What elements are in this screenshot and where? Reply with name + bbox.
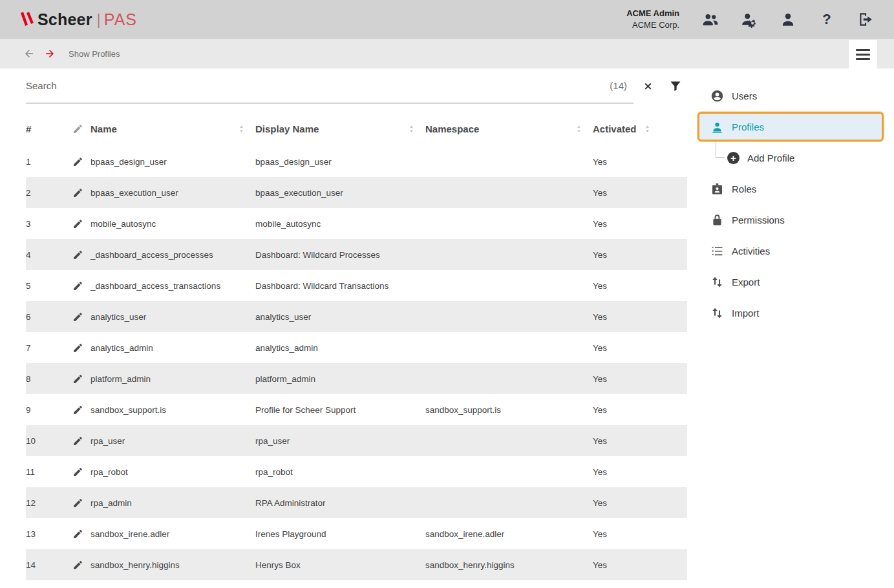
cell-display-name: Irenes Playground [255, 529, 425, 539]
sidebar-item-activities[interactable]: Activities [687, 235, 894, 266]
cell-name: bpaas_design_user [90, 157, 255, 167]
user-info: ACME Admin ACME Corp. [626, 8, 679, 30]
table-header-row: # Name Display Name Namespace [26, 111, 687, 146]
lock-icon [710, 213, 724, 227]
cell-activated: Yes [593, 219, 661, 229]
col-header-name[interactable]: Name [90, 123, 255, 134]
sidebar-item-roles[interactable]: Roles [687, 173, 894, 204]
profiles-table-panel: (14) # Name Di [0, 68, 687, 588]
table-row: 7 analytics_admin analytics_admin Yes [26, 332, 687, 363]
cell-name: sandbox_support.is [90, 405, 255, 415]
row-number: 11 [26, 467, 65, 477]
forward-arrow-icon[interactable] [43, 47, 57, 61]
edit-icon[interactable] [65, 311, 90, 322]
col-header-activated[interactable]: Activated [593, 123, 661, 134]
edit-icon[interactable] [65, 342, 90, 353]
edit-icon[interactable] [65, 156, 90, 167]
scheer-logo-icon [19, 10, 35, 28]
account-circle-icon [710, 89, 724, 103]
user-gear-icon[interactable] [740, 10, 758, 28]
breadcrumb-bar: Show Profiles [0, 39, 894, 68]
edit-icon[interactable] [65, 187, 90, 198]
cell-name: analytics_user [90, 312, 255, 322]
row-number: 3 [26, 219, 65, 229]
sidebar-item-label: Add Profile [747, 152, 794, 163]
edit-icon[interactable] [65, 560, 90, 571]
cell-activated: Yes [593, 312, 661, 322]
cell-name: _dashboard_access_transactions [90, 281, 255, 291]
sidebar-item-permissions[interactable]: Permissions [687, 204, 894, 235]
table-row: 12 rpa_admin RPA Administrator Yes [26, 487, 687, 518]
sidebar-item-users[interactable]: Users [687, 80, 894, 111]
add-plus-icon: + [727, 152, 740, 164]
import-export-icon [710, 275, 724, 289]
sort-icon[interactable] [237, 124, 246, 134]
search-input[interactable] [26, 80, 604, 91]
cell-activated: Yes [593, 188, 661, 198]
row-number: 10 [26, 436, 65, 446]
cell-display-name: analytics_admin [255, 343, 425, 353]
cell-name: analytics_admin [90, 343, 255, 353]
admin-sidebar: Users Profiles + Add Profile Roles Permi… [687, 68, 894, 588]
edit-column-header-icon [65, 123, 90, 134]
table-body: 1 bpaas_design_user bpaas_design_user Ye… [26, 146, 687, 580]
cell-activated: Yes [593, 157, 661, 167]
cell-display-name: rpa_robot [255, 467, 425, 477]
sidebar-item-label: Import [732, 308, 760, 319]
logo-product-text: PAS [104, 10, 137, 29]
cell-display-name: Dashboard: Wildcard Transactions [255, 281, 425, 291]
edit-icon[interactable] [65, 498, 90, 509]
clear-search-icon[interactable] [643, 81, 654, 92]
cell-namespace: sandbox_irene.adler [425, 529, 593, 539]
sort-icon[interactable] [574, 124, 584, 134]
sidebar-item-add-profile[interactable]: + Add Profile [687, 142, 894, 173]
edit-icon[interactable] [65, 529, 90, 540]
table-row: 14 sandbox_henry.higgins Henrys Box sand… [26, 549, 687, 580]
row-number: 5 [26, 281, 65, 291]
sidebar-item-export[interactable]: Export [687, 266, 894, 297]
edit-icon[interactable] [65, 404, 90, 415]
sort-icon[interactable] [643, 124, 652, 134]
col-header-namespace[interactable]: Namespace [425, 123, 593, 134]
filter-icon[interactable] [669, 79, 682, 92]
help-icon[interactable]: ? [818, 10, 836, 28]
menu-hamburger-icon[interactable] [849, 40, 877, 68]
sidebar-item-label: Activities [732, 246, 770, 257]
profiles-table: # Name Display Name Namespace [26, 111, 687, 580]
logout-icon[interactable] [857, 10, 875, 28]
cell-display-name: rpa_user [255, 436, 425, 446]
cell-name: sandbox_henry.higgins [90, 560, 255, 570]
sidebar-item-profiles[interactable]: Profiles [697, 112, 884, 142]
col-header-display-name[interactable]: Display Name [255, 123, 425, 134]
edit-icon[interactable] [65, 218, 90, 229]
cell-name: platform_admin [90, 374, 255, 384]
edit-icon[interactable] [65, 436, 90, 446]
cell-display-name: bpaas_execution_user [255, 188, 425, 198]
community-icon[interactable] [701, 10, 719, 28]
cell-name: mobile_autosync [90, 219, 255, 229]
cell-name: rpa_robot [90, 467, 255, 477]
cell-name: rpa_admin [90, 498, 255, 508]
sidebar-item-import[interactable]: Import [687, 297, 894, 328]
user-name: ACME Admin [626, 8, 679, 19]
person-icon[interactable] [779, 10, 797, 28]
logo-brand-text: Scheer [37, 10, 92, 29]
cell-display-name: RPA Administrator [255, 498, 425, 508]
sort-icon[interactable] [407, 124, 416, 134]
col-header-num[interactable]: # [26, 123, 65, 134]
profile-person-icon [710, 120, 724, 134]
back-arrow-icon[interactable] [22, 47, 36, 61]
edit-icon[interactable] [65, 373, 90, 384]
edit-icon[interactable] [65, 280, 90, 291]
cell-display-name: Henrys Box [255, 560, 425, 570]
cell-name: sandbox_irene.adler [90, 529, 255, 539]
cell-activated: Yes [593, 498, 661, 508]
cell-activated: Yes [593, 343, 661, 353]
logo-separator: | [97, 10, 101, 28]
edit-icon[interactable] [65, 249, 90, 260]
import-export-icon [710, 306, 724, 320]
table-row: 5 _dashboard_access_transactions Dashboa… [26, 270, 687, 301]
table-row: 6 analytics_user analytics_user Yes [26, 301, 687, 332]
edit-icon[interactable] [65, 467, 90, 478]
cell-activated: Yes [593, 529, 661, 539]
